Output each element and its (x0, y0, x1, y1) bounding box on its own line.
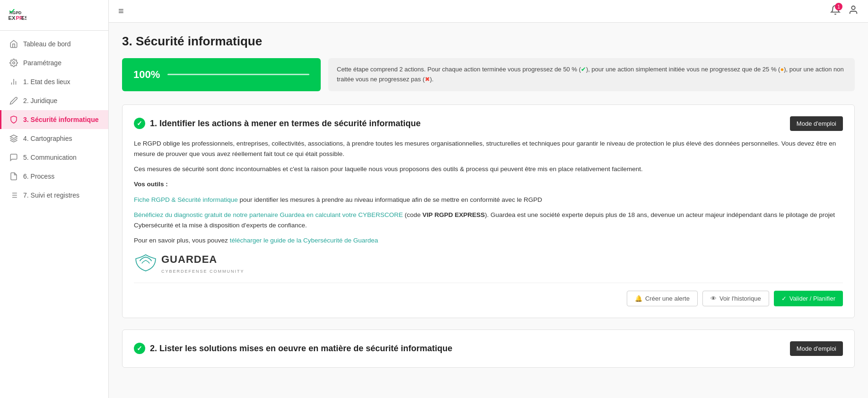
sidebar-item-juridique[interactable]: 2. Juridique (0, 91, 108, 110)
guardea-logo: GUARDEA CYBERDEFENSE COMMUNITY (134, 251, 843, 275)
action-1-check-icon: ✓ (134, 118, 145, 129)
action-2-card: ✓ 2. Lister les solutions mises en oeuvr… (122, 329, 855, 368)
sidebar-item-label: 6. Process (23, 173, 54, 180)
topbar-left: ≡ (118, 6, 124, 17)
action-2-title: ✓ 2. Lister les solutions mises en oeuvr… (134, 343, 452, 354)
action-1-link-guide[interactable]: télécharger le guide de la Cybersécurité… (230, 237, 378, 244)
notifications-button[interactable]: 1 (830, 5, 841, 17)
action-1-link-3-container: Pour en savoir plus, vous pouvez télécha… (134, 235, 843, 246)
guardea-name: GUARDEA (161, 253, 217, 265)
main-content: ≡ 1 3. Sécurité informatique 100% Cette … (109, 0, 868, 398)
guardea-sub: CYBERDEFENSE COMMUNITY (161, 268, 245, 275)
sidebar-item-label: 1. Etat des lieux (23, 78, 70, 86)
sidebar-item-label: 4. Cartographies (23, 135, 72, 142)
action-1-link3-pre: Pour en savoir plus, vous pouvez (134, 237, 230, 244)
sidebar-item-tableau-de-bord[interactable]: Tableau de bord (0, 35, 108, 53)
menu-toggle-button[interactable]: ≡ (118, 6, 124, 17)
shield-icon (9, 115, 18, 124)
action-1-paragraph-2: Ces mesures de sécurité sont donc incont… (134, 164, 843, 174)
chat-icon (9, 153, 18, 162)
sidebar-item-label: 3. Sécurité informatique (23, 116, 98, 123)
action-1-link-guardea[interactable]: Bénéficiez du diagnostic gratuit de notr… (134, 211, 403, 218)
user-menu-button[interactable] (848, 5, 859, 17)
logo-container: RGPD EX PR ESS (0, 0, 108, 31)
svg-point-5 (13, 62, 15, 64)
action-1-link-1-container: Fiche RGPD & Sécurité informatique pour … (134, 195, 843, 205)
sidebar: RGPD EX PR ESS Tableau de bord Paramétra… (0, 0, 109, 398)
action-1-title: ✓ 1. Identifier les actions à mener en t… (134, 118, 421, 129)
sidebar-item-label: Tableau de bord (23, 40, 70, 48)
progress-line-fill (167, 74, 309, 75)
page-title: 3. Sécurité informatique (122, 34, 855, 49)
action-1-header: ✓ 1. Identifier les actions à mener en t… (134, 116, 843, 131)
sidebar-item-securite-informatique[interactable]: 3. Sécurité informatique (0, 110, 108, 129)
eye-icon: 👁 (710, 295, 717, 302)
sidebar-item-parametrage[interactable]: Paramétrage (0, 53, 108, 72)
sidebar-item-label: 5. Communication (23, 154, 77, 161)
progress-section: 100% Cette étape comprend 2 actions. Pou… (122, 58, 855, 91)
check-icon: ✓ (781, 295, 787, 302)
action-1-mode-emploi-button[interactable]: Mode d'emploi (790, 116, 843, 131)
topbar-right: 1 (830, 5, 859, 17)
sidebar-item-label: 7. Suivi et registres (23, 191, 79, 199)
sidebar-item-suivi-registres[interactable]: 7. Suivi et registres (0, 186, 108, 205)
pen-icon (9, 96, 18, 105)
sidebar-item-cartographies[interactable]: 4. Cartographies (0, 129, 108, 148)
action-1-link-fiche-rgpd[interactable]: Fiche RGPD & Sécurité informatique (134, 196, 238, 203)
create-alert-button[interactable]: 🔔 Créer une alerte (627, 291, 698, 306)
action-1-vip-code: VIP RGPD EXPRESS (422, 211, 485, 218)
app-logo: RGPD EX PR ESS (8, 6, 26, 25)
sidebar-item-etat-des-lieux[interactable]: 1. Etat des lieux (0, 72, 108, 91)
action-1-link1-after: pour identifier les mesures à prendre au… (238, 196, 542, 203)
validate-button[interactable]: ✓ Valider / Planifier (774, 291, 843, 306)
action-1-outils-label: Vos outils : (134, 181, 168, 188)
guardea-name-container: GUARDEA CYBERDEFENSE COMMUNITY (161, 251, 245, 275)
progress-percent: 100% (133, 69, 160, 81)
layers-icon (9, 134, 18, 143)
home-icon (9, 39, 18, 49)
action-2-mode-emploi-button[interactable]: Mode d'emploi (790, 341, 843, 356)
svg-text:ESS: ESS (21, 15, 26, 21)
gear-icon (9, 58, 18, 68)
svg-point-16 (851, 6, 855, 9)
svg-text:EX: EX (9, 15, 16, 21)
action-1-link2-middle: (code (403, 211, 422, 218)
main-navigation: Tableau de bord Paramétrage 1. Etat des … (0, 31, 108, 208)
action-1-link-2-container: Bénéficiez du diagnostic gratuit de notr… (134, 210, 843, 231)
list-icon (9, 190, 18, 200)
file-icon (9, 172, 18, 181)
progress-bar: 100% (122, 58, 321, 91)
sidebar-item-communication[interactable]: 5. Communication (0, 148, 108, 167)
guardea-logo-icon (134, 253, 158, 272)
svg-marker-9 (10, 135, 18, 139)
sidebar-item-label: 2. Juridique (23, 97, 57, 104)
page-content: 3. Sécurité informatique 100% Cette étap… (109, 23, 868, 379)
action-1-paragraph-1: Le RGPD oblige les professionnels, entre… (134, 138, 843, 160)
topbar: ≡ 1 (109, 0, 868, 23)
action-1-body: Le RGPD oblige les professionnels, entre… (134, 138, 843, 275)
view-history-button[interactable]: 👁 Voir l'historique (702, 291, 769, 306)
notification-count: 1 (835, 3, 842, 10)
sidebar-item-label: Paramétrage (23, 59, 61, 67)
chart-icon (9, 77, 18, 87)
progress-info-text: Cette étape comprend 2 actions. Pour cha… (328, 58, 855, 91)
action-1-footer: 🔔 Créer une alerte 👁 Voir l'historique ✓… (134, 283, 843, 306)
sidebar-item-process[interactable]: 6. Process (0, 167, 108, 186)
bell-icon: 🔔 (635, 295, 642, 302)
action-2-check-icon: ✓ (134, 343, 145, 354)
action-1-card: ✓ 1. Identifier les actions à mener en t… (122, 104, 855, 318)
